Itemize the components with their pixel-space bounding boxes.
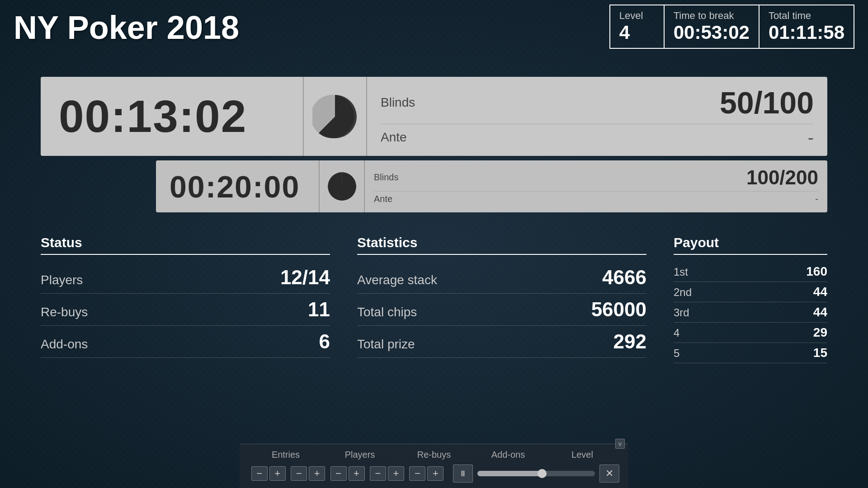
rebuys-btn-group: − + [328, 466, 367, 481]
total-chips-value: 56000 [591, 298, 646, 321]
addons-btn-group: − + [367, 466, 406, 481]
control-labels-row: Entries Players Re-buys Add-ons Level [249, 450, 619, 460]
payout-value: 44 [813, 285, 827, 299]
close-button[interactable]: ✕ [599, 465, 619, 483]
payout-place: 2nd [674, 286, 692, 299]
time-to-break-label: Time to break [674, 10, 750, 22]
addons-value: 6 [319, 330, 330, 353]
blinds-label: Blinds [381, 95, 415, 110]
avg-stack-value: 4666 [602, 266, 646, 289]
payout-row: 429 [674, 323, 827, 343]
level-label: Level [619, 10, 655, 22]
header-stats-panel: Level 4 Time to break 00:53:02 Total tim… [609, 5, 854, 49]
rebuys-row: Re-buys 11 [41, 294, 330, 326]
addons-label-group: Add-ons [471, 450, 545, 460]
payout-row: 2nd44 [674, 282, 827, 302]
entries-label-group: Entries [249, 450, 323, 460]
rebuys-label: Re-buys [41, 305, 88, 319]
players-minus-btn[interactable]: − [291, 466, 307, 481]
progress-thumb[interactable] [538, 469, 547, 478]
rebuys-value: 11 [308, 298, 330, 321]
current-ante-row: Ante - [381, 127, 814, 148]
payout-row: 515 [674, 343, 827, 363]
v-badge: v [615, 439, 625, 449]
rebuys-minus-btn[interactable]: − [330, 466, 347, 481]
playback-area: ⏸ ✕ [453, 465, 619, 483]
ante-label: Ante [381, 130, 407, 145]
total-time-value: 01:11:58 [769, 22, 844, 43]
payout-row: 1st160 [674, 262, 827, 282]
payout-value: 44 [813, 305, 827, 319]
total-prize-value: 292 [613, 330, 646, 353]
payout-place: 4 [674, 327, 679, 339]
payout-value: 29 [813, 325, 827, 340]
next-level-card: 00:20:00 Blinds 100/200 Ante - [156, 160, 827, 212]
next-timer: 00:20:00 [156, 169, 319, 204]
next-blinds-area: Blinds 100/200 Ante - [364, 160, 827, 212]
ante-value: - [808, 127, 814, 148]
level-minus-btn[interactable]: − [409, 466, 425, 481]
entries-minus-btn[interactable]: − [251, 466, 268, 481]
entries-plus-btn[interactable]: + [269, 466, 286, 481]
entries-btn-group: − + [249, 466, 288, 481]
status-panel: Status Players 12/14 Re-buys 11 Add-ons … [41, 235, 330, 363]
current-timer: 00:13:02 [41, 90, 303, 142]
level-ctrl-label: Level [571, 450, 593, 460]
level-btn-group: − + [407, 466, 446, 481]
avg-stack-label: Average stack [357, 273, 437, 287]
level-label-group: Level [545, 450, 619, 460]
next-pie-area [319, 160, 364, 212]
rebuys-label-group: Re-buys [397, 450, 471, 460]
current-level-card: 00:13:02 Blinds 50/100 Ante - [41, 77, 827, 156]
payout-panel: Payout 1st1602nd443rd44429515 [674, 235, 827, 363]
progress-fill [477, 471, 542, 476]
payout-rows: 1st1602nd443rd44429515 [674, 262, 827, 363]
payout-title: Payout [674, 235, 827, 255]
avg-stack-row: Average stack 4666 [357, 262, 646, 294]
payout-row: 3rd44 [674, 302, 827, 323]
addons-row: Add-ons 6 [41, 326, 330, 358]
addons-plus-btn[interactable]: + [388, 466, 404, 481]
players-plus-btn[interactable]: + [309, 466, 325, 481]
level-value: 4 [619, 22, 655, 43]
players-btn-group: − + [288, 466, 327, 481]
players-label-group: Players [323, 450, 397, 460]
total-chips-row: Total chips 56000 [357, 294, 646, 326]
current-pie-chart [312, 94, 358, 139]
rebuys-plus-btn[interactable]: + [349, 466, 365, 481]
blinds-value: 50/100 [720, 85, 814, 120]
addons-minus-btn[interactable]: − [370, 466, 386, 481]
entries-label: Entries [272, 450, 300, 460]
next-ante-label: Ante [374, 194, 392, 204]
app-title: NY Poker 2018 [14, 9, 239, 46]
payout-place: 3rd [674, 306, 689, 319]
control-buttons-row: − + − + − + − + − + ⏸ ✕ [249, 465, 619, 483]
stats-section: Status Players 12/14 Re-buys 11 Add-ons … [41, 235, 827, 363]
players-ctrl-label: Players [345, 450, 375, 460]
next-blinds-row: Blinds 100/200 [374, 166, 818, 192]
next-blinds-label: Blinds [374, 172, 398, 183]
statistics-panel: Statistics Average stack 4666 Total chip… [357, 235, 646, 363]
rebuys-ctrl-label: Re-buys [417, 450, 451, 460]
next-ante-value: - [815, 194, 818, 204]
current-blinds-row: Blinds 50/100 [381, 85, 814, 124]
total-chips-label: Total chips [357, 305, 417, 319]
time-to-break-value: 00:53:02 [674, 22, 750, 43]
total-prize-label: Total prize [357, 337, 415, 352]
level-plus-btn[interactable]: + [427, 466, 443, 481]
total-time-block: Total time 01:11:58 [760, 5, 854, 48]
control-bar: v Entries Players Re-buys Add-ons Level … [240, 444, 628, 488]
next-blinds-value: 100/200 [746, 166, 818, 189]
level-block: Level 4 [610, 5, 665, 48]
current-pie-area [303, 77, 366, 156]
total-time-label: Total time [769, 10, 844, 22]
total-prize-row: Total prize 292 [357, 326, 646, 358]
addons-label: Add-ons [41, 337, 88, 352]
pause-button[interactable]: ⏸ [453, 465, 473, 483]
payout-value: 160 [806, 264, 827, 279]
players-value: 12/14 [280, 266, 330, 289]
progress-track[interactable] [477, 471, 595, 476]
players-label: Players [41, 273, 83, 287]
addons-ctrl-label: Add-ons [491, 450, 525, 460]
next-pie-chart [327, 172, 357, 201]
